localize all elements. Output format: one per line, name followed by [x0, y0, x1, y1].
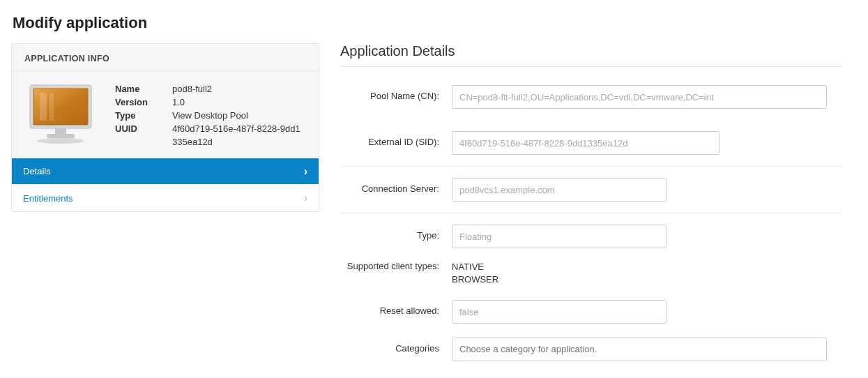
info-name-label: Name	[115, 82, 172, 96]
chevron-right-icon: ›	[304, 165, 307, 178]
input-type[interactable]	[452, 225, 667, 248]
label-type: Type:	[340, 225, 452, 241]
label-external-id: External ID (SID):	[340, 131, 452, 147]
nav-entitlements-label: Entitlements	[23, 193, 73, 204]
application-info-header: APPLICATION INFO	[12, 44, 319, 71]
input-pool-name[interactable]	[452, 85, 827, 109]
info-uuid-value: 4f60d719-516e-487f-8228-9dd1335ea12d	[172, 122, 305, 149]
label-pool-name: Pool Name (CN):	[340, 85, 452, 101]
info-version-value: 1.0	[172, 96, 305, 109]
info-uuid-label: UUID	[115, 122, 172, 149]
chevron-right-icon: ›	[304, 192, 307, 204]
info-version-label: Version	[115, 96, 172, 109]
label-reset-allowed: Reset allowed:	[340, 300, 452, 316]
nav-item-entitlements[interactable]: Entitlements ›	[12, 185, 319, 211]
input-connection-server[interactable]	[452, 178, 667, 202]
label-supported-client-types: Supported client types:	[340, 259, 452, 271]
info-type-label: Type	[115, 109, 172, 122]
label-connection-server: Connection Server:	[340, 178, 452, 194]
svg-rect-5	[47, 134, 75, 138]
input-external-id[interactable]	[452, 131, 719, 155]
info-name-value: pod8-full2	[172, 82, 305, 96]
value-supported-client-types: NATIVE BROWSER	[452, 259, 843, 286]
svg-rect-2	[40, 93, 47, 121]
input-reset-allowed[interactable]	[452, 300, 667, 324]
svg-point-6	[37, 138, 84, 144]
nav-details-label: Details	[23, 166, 51, 176]
svg-rect-4	[55, 128, 66, 134]
svg-rect-3	[50, 93, 54, 121]
page-title: Modify application	[13, 14, 857, 32]
section-title-application-details: Application Details	[340, 43, 843, 67]
label-categories: Categories	[340, 338, 452, 354]
application-info-table: Name pod8-full2 Version 1.0 Type View De…	[115, 82, 305, 149]
info-type-value: View Desktop Pool	[172, 109, 305, 122]
application-info-panel: APPLICATION INFO	[11, 43, 319, 212]
nav-item-details[interactable]: Details ›	[12, 158, 319, 185]
application-monitor-icon	[24, 82, 97, 145]
input-categories[interactable]: Choose a category for application.	[452, 338, 827, 361]
